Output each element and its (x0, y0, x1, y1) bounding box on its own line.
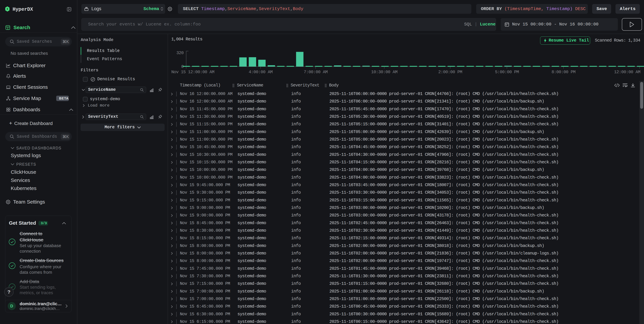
svg-text:5:00:00 PM: 5:00:00 PM (495, 70, 519, 75)
svg-text:12:00:00 AM: 12:00:00 AM (614, 70, 640, 75)
svg-text:Nov 15 12:00:00 AM: Nov 15 12:00:00 AM (171, 70, 214, 75)
svg-text:4:00:00 AM: 4:00:00 AM (249, 70, 272, 75)
svg-text:8:00:00 PM: 8:00:00 PM (552, 70, 575, 75)
svg-text:7:00:00 AM: 7:00:00 AM (304, 70, 328, 75)
svg-text:2:00:00 PM: 2:00:00 PM (438, 70, 462, 75)
svg-text:10:30:00 AM: 10:30:00 AM (371, 70, 397, 75)
svg-text:320: 320 (176, 51, 184, 55)
